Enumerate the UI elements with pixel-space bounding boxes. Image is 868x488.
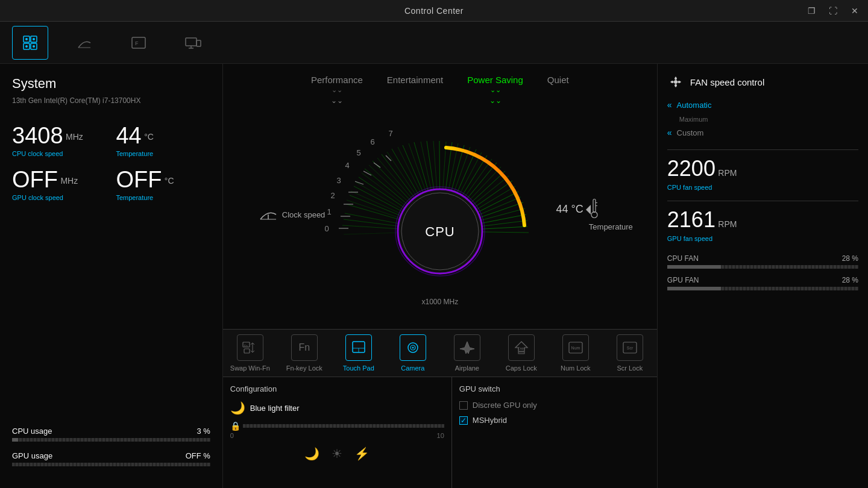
speedometer-icon <box>259 207 277 222</box>
svg-rect-95 <box>244 349 250 353</box>
cpu-clock-value: 3408 MHz <box>12 123 106 149</box>
nav-tab-system[interactable] <box>12 26 48 60</box>
camera-icon <box>400 334 426 361</box>
tab-entertainment[interactable]: Entertainment <box>387 75 443 94</box>
swap-icon-svg: Fn <box>242 339 259 356</box>
shortcut-caps-lock[interactable]: Caps Caps Lock <box>500 334 542 372</box>
cpu-usage-bar <box>12 438 210 442</box>
cpu-clock-number: 3408 <box>12 123 63 148</box>
maximize-button[interactable]: ⛶ <box>825 4 841 18</box>
gpu-temp-label: Temperature <box>116 194 210 201</box>
close-button[interactable]: ✕ <box>846 4 863 18</box>
moon-icon[interactable]: 🌙 <box>304 446 319 461</box>
usage-section: CPU usage 3 % GPU usage OFF % <box>12 427 210 476</box>
shortcut-scr-lock[interactable]: Scr Scr Lock <box>609 334 651 372</box>
svg-line-79 <box>386 155 391 161</box>
cpu-temp-number: 44 <box>116 123 141 148</box>
cpu-temp-label: Temperature <box>116 150 210 157</box>
shortcut-num-lock[interactable]: Num Num Lock <box>555 334 597 372</box>
cpu-clock-label: CPU clock speed <box>12 150 106 157</box>
svg-rect-17 <box>593 199 596 213</box>
airplane-icon-svg <box>459 339 476 356</box>
custom-label: Custom <box>677 128 704 137</box>
swap-win-fn-label: Swap Win-Fn <box>230 364 270 372</box>
config-icons-row: 🌙 ☀ ⚡ <box>230 446 444 461</box>
touch-pad-icon <box>345 334 372 361</box>
svg-text:3: 3 <box>336 176 341 185</box>
mshybrid-checkbox[interactable]: ✓ <box>459 416 468 425</box>
gpu-usage-value: OFF % <box>186 451 210 460</box>
system-title: System <box>12 76 210 92</box>
svg-point-102 <box>412 347 414 349</box>
num-lock-label: Num Lock <box>561 364 591 372</box>
shortcut-fn-key-lock[interactable]: Fn Fn-key Lock <box>283 334 326 372</box>
cpu-fan-speed-row: 2200 RPM <box>667 156 858 181</box>
cpu-usage-row: CPU usage 3 % <box>12 427 210 442</box>
tab-quiet[interactable]: Quiet <box>547 75 569 94</box>
svg-text:6: 6 <box>370 137 374 146</box>
gpu-fan-usage-row: GPU FAN 28 % <box>667 276 858 290</box>
airplane-icon <box>454 334 480 361</box>
fan-option-automatic[interactable]: « Automatic <box>667 100 858 110</box>
tab-performance[interactable]: Performance ⌄⌄ <box>311 75 363 94</box>
gpu-usage-bar <box>12 463 210 466</box>
svg-point-110 <box>674 80 678 84</box>
sun-icon[interactable]: ☀ <box>332 446 342 461</box>
auto-label: Automatic <box>677 101 712 110</box>
mshybrid-label: MSHybrid <box>473 416 507 425</box>
nav-tab-performance[interactable] <box>66 26 102 60</box>
svg-point-7 <box>33 45 35 48</box>
shortcut-touch-pad[interactable]: Touch Pad <box>338 334 380 372</box>
shortcut-swap-win-fn[interactable]: Fn Swap Win-Fn <box>229 334 271 372</box>
cpu-fan-speed-unit: RPM <box>718 168 737 178</box>
svg-point-4 <box>25 38 28 40</box>
window-controls: ❐ ⛶ ✕ <box>803 4 863 18</box>
contrast-icon[interactable]: ⚡ <box>354 446 370 461</box>
svg-line-76 <box>355 181 363 184</box>
temp-arrow-icon <box>586 205 591 214</box>
tab-powersaving[interactable]: Power Saving ⌄⌄ <box>467 75 523 94</box>
performance-icon <box>76 34 93 51</box>
svg-text:5: 5 <box>356 148 360 157</box>
touch-pad-label: Touch Pad <box>343 364 374 372</box>
discrete-gpu-checkbox[interactable] <box>459 401 468 410</box>
restore-button[interactable]: ❐ <box>803 4 820 18</box>
gpu-temp-value: OFF °C <box>116 167 210 193</box>
cpu-fan-bar <box>667 265 858 269</box>
fn-icon: F <box>130 34 147 51</box>
cpu-temp-unit: °C <box>144 132 154 142</box>
cpu-fan-speed-label: CPU fan speed <box>667 184 858 191</box>
shortcut-bar: Fn Swap Win-Fn Fn Fn-key Lock <box>223 329 657 377</box>
blue-light-icon: 🌙 <box>230 401 245 415</box>
scr-lock-icon-svg: Scr <box>621 339 638 356</box>
metrics-grid: 3408 MHz CPU clock speed 44 °C Temperatu… <box>12 123 210 201</box>
fan-option-custom[interactable]: « Custom <box>667 128 858 137</box>
gpu-usage-row: GPU usage OFF % <box>12 451 210 466</box>
gpu-fan-bar <box>667 287 858 290</box>
gpu-usage-header: GPU usage OFF % <box>12 451 210 460</box>
gpu-fan-speed-unit: RPM <box>718 219 737 229</box>
shortcut-camera[interactable]: Camera <box>392 334 434 372</box>
gpu-option-discrete[interactable]: Discrete GPU only <box>459 401 650 410</box>
cpu-usage-fill <box>12 438 18 442</box>
shortcut-airplane[interactable]: Airplane <box>446 334 488 372</box>
nav-tab-devices[interactable] <box>175 26 211 60</box>
cpu-fan-usage-label: CPU FAN <box>667 254 699 263</box>
right-panel: FAN speed control « Automatic Maximum « … <box>658 64 868 488</box>
fn-key-lock-label: Fn-key Lock <box>286 364 322 372</box>
blue-light-slider[interactable]: 🔒 0 10 <box>230 421 444 439</box>
right-divider <box>667 149 858 150</box>
gpu-fan-value-block: 2161 RPM <box>667 207 737 233</box>
discrete-gpu-label: Discrete GPU only <box>473 401 537 410</box>
swap-win-fn-icon: Fn <box>237 334 263 361</box>
gpu-option-mshybrid[interactable]: ✓ MSHybrid <box>459 416 650 425</box>
svg-text:4: 4 <box>345 161 349 170</box>
gpu-fan-speed-row: 2161 RPM <box>667 207 858 233</box>
svg-point-5 <box>33 38 35 40</box>
svg-line-78 <box>374 163 380 167</box>
system-icon <box>22 34 39 51</box>
fan-options: « Automatic Maximum « Custom <box>667 100 858 137</box>
touchpad-icon-svg <box>350 339 367 356</box>
nav-tab-fn[interactable]: F <box>121 26 157 60</box>
cpu-fan-usage-value: 28 % <box>842 254 858 263</box>
